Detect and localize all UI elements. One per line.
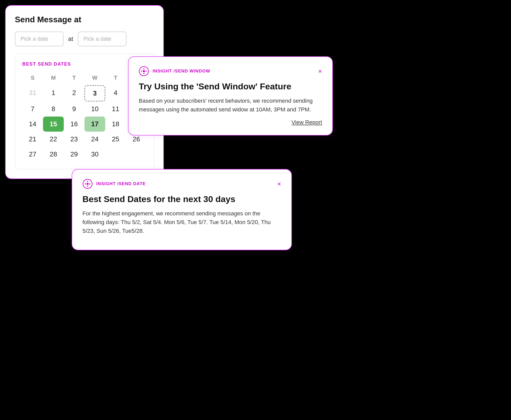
calendar-day[interactable]: 17 bbox=[84, 117, 105, 132]
insight-send-date-card: INSIGHT /SEND DATE × Best Send Dates for… bbox=[72, 169, 292, 250]
insight-send-date-close[interactable]: × bbox=[277, 181, 281, 187]
calendar-day[interactable]: 8 bbox=[43, 101, 64, 117]
calendar-header: T bbox=[64, 72, 84, 85]
calendar-day[interactable]: 18 bbox=[105, 117, 126, 132]
insight-send-date-title: Best Send Dates for the next 30 days bbox=[82, 194, 281, 205]
calendar-day[interactable]: 7 bbox=[22, 101, 43, 117]
insight-send-window-body: Based on your subscribers' recent behavi… bbox=[139, 97, 322, 114]
calendar-day[interactable]: 15 bbox=[43, 117, 64, 132]
svg-point-1 bbox=[143, 70, 145, 72]
insight-send-date-header-left: INSIGHT /SEND DATE bbox=[82, 179, 146, 189]
calendar-header: T bbox=[105, 72, 126, 85]
calendar-day[interactable]: 9 bbox=[64, 101, 84, 117]
calendar-day[interactable] bbox=[105, 147, 126, 162]
calendar-day[interactable]: 3 bbox=[84, 85, 105, 101]
calendar-day[interactable]: 28 bbox=[43, 147, 64, 162]
insight-send-window-card: INSIGHT /SEND WINDOW × Try Using the 'Se… bbox=[128, 56, 333, 135]
calendar-day[interactable] bbox=[126, 147, 147, 162]
calendar-day[interactable]: 2 bbox=[64, 85, 84, 101]
send-message-title: Send Message at bbox=[15, 15, 154, 24]
calendar-day[interactable]: 27 bbox=[22, 147, 43, 162]
insight-send-window-icon bbox=[139, 66, 149, 76]
calendar-day[interactable]: 16 bbox=[64, 117, 84, 132]
insight-send-date-icon bbox=[82, 179, 93, 189]
date-input-1[interactable]: Pick a date bbox=[15, 32, 63, 46]
date-input-2[interactable]: Pick a date bbox=[78, 32, 126, 46]
calendar-day[interactable]: 30 bbox=[84, 147, 105, 162]
insight-send-date-body: For the highest engagement, we recommend… bbox=[82, 209, 281, 235]
insight-send-window-close[interactable]: × bbox=[318, 68, 322, 75]
at-label: at bbox=[68, 35, 73, 43]
calendar-day[interactable]: 11 bbox=[105, 101, 126, 117]
svg-point-3 bbox=[87, 183, 89, 185]
calendar-day[interactable]: 21 bbox=[22, 132, 43, 147]
calendar-day[interactable]: 1 bbox=[43, 85, 64, 101]
insight-send-date-tag: INSIGHT /SEND DATE bbox=[96, 181, 146, 186]
calendar-day[interactable]: 31 bbox=[22, 85, 43, 101]
calendar-day[interactable]: 25 bbox=[105, 132, 126, 147]
calendar-day[interactable]: 23 bbox=[64, 132, 84, 147]
insight-header-left: INSIGHT /SEND WINDOW bbox=[139, 66, 210, 76]
calendar-header: M bbox=[43, 72, 64, 85]
date-row: Pick a date at Pick a date bbox=[15, 32, 154, 46]
calendar-day[interactable]: 29 bbox=[64, 147, 84, 162]
insight-send-window-title: Try Using the 'Send Window' Feature bbox=[139, 81, 322, 92]
view-report-link[interactable]: View Report bbox=[139, 119, 322, 126]
calendar-day[interactable]: 14 bbox=[22, 117, 43, 132]
calendar-header: S bbox=[22, 72, 43, 85]
insight-send-date-header: INSIGHT /SEND DATE × bbox=[82, 179, 281, 189]
calendar-header: W bbox=[84, 72, 105, 85]
insight-send-window-header: INSIGHT /SEND WINDOW × bbox=[139, 66, 322, 76]
calendar-day[interactable]: 24 bbox=[84, 132, 105, 147]
calendar-day[interactable]: 22 bbox=[43, 132, 64, 147]
calendar-day[interactable]: 10 bbox=[84, 101, 105, 117]
calendar-day[interactable]: 4 bbox=[105, 85, 126, 101]
insight-send-window-tag: INSIGHT /SEND WINDOW bbox=[153, 69, 210, 74]
